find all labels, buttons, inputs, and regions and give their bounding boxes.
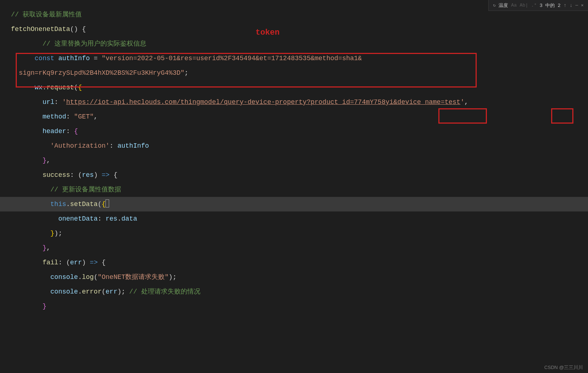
find-prev-icon[interactable]: ↑ bbox=[564, 3, 566, 8]
code-line: // 这里替换为用户的实际鉴权信息 bbox=[0, 36, 588, 51]
request-url: https://iot-api.heclouds.com/thingmodel/… bbox=[66, 98, 460, 106]
editor-cursor bbox=[105, 199, 109, 207]
find-next-icon[interactable]: ↓ bbox=[569, 3, 572, 8]
code-line-active: this.setData({ bbox=[0, 197, 588, 211]
code-line: wx.request({ bbox=[0, 80, 588, 95]
code-line: 'Authorization': authInfo bbox=[0, 139, 588, 153]
code-line: } bbox=[0, 299, 588, 314]
code-line: method: "GET", bbox=[0, 109, 588, 124]
find-options[interactable]: Aa Ab| .* bbox=[511, 3, 537, 8]
code-line: fetchOnenetData() { bbox=[0, 22, 588, 36]
code-line: }, bbox=[0, 153, 588, 168]
code-line: }); bbox=[0, 226, 588, 241]
code-line: onenetData: res.data bbox=[0, 211, 588, 226]
watermark: CSDN @三三川川 bbox=[544, 364, 583, 371]
find-min-icon[interactable]: — bbox=[576, 3, 578, 8]
find-replace-bar[interactable]: ↻ 温度 Aa Ab| .* 3 中的 2 ↑ ↓ — ✕ bbox=[488, 0, 588, 11]
comment: // 获取设备最新属性值 bbox=[11, 11, 82, 18]
find-close-icon[interactable]: ✕ bbox=[581, 3, 584, 8]
code-line: success: (res) => { bbox=[0, 168, 588, 182]
code-line: console.log("OneNET数据请求失败"); bbox=[0, 270, 588, 284]
code-editor[interactable]: // 获取设备最新属性值 fetchOnenetData() { // 这里替换… bbox=[0, 0, 588, 314]
code-line: }, bbox=[0, 241, 588, 255]
code-line: sign=rKq9rzySLpd%2B4hXD%2BS%2Fu3KHryG4%3… bbox=[0, 66, 588, 80]
find-count: 3 中的 2 bbox=[540, 2, 561, 9]
code-line: console.error(err); // 处理请求失败的情况 bbox=[0, 284, 588, 299]
code-line: const authInfo = "version=2022-05-01&res… bbox=[0, 51, 588, 66]
code-line: // 更新设备属性值数据 bbox=[0, 182, 588, 197]
code-line: header: { bbox=[0, 124, 588, 139]
code-line: url: 'https://iot-api.heclouds.com/thing… bbox=[0, 95, 588, 109]
replace-toggle-icon[interactable]: ↻ bbox=[493, 3, 496, 8]
code-line: fail: (err) => { bbox=[0, 255, 588, 270]
find-term[interactable]: 温度 bbox=[499, 2, 508, 9]
